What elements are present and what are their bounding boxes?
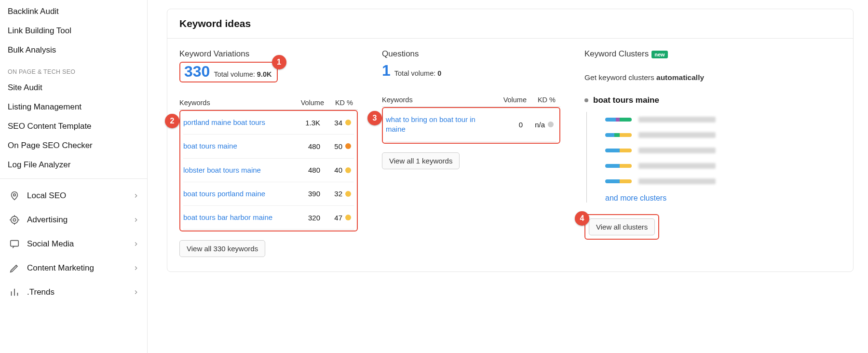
svg-point-1 (11, 217, 18, 224)
variations-rows-highlight: portland maine boat tours1.3K34boat tour… (179, 110, 358, 231)
cluster-item[interactable] (605, 127, 841, 143)
sidebar-category-item[interactable]: .Trends (0, 280, 147, 304)
kd-dot-icon (345, 120, 351, 125)
svg-point-0 (14, 194, 16, 196)
main: Keyword ideas Keyword Variations 1 330 T… (148, 0, 868, 353)
keyword-link[interactable]: portland maine boat tours (183, 118, 282, 127)
sidebar-item[interactable]: SEO Content Template (8, 117, 139, 136)
col-kd: KD % (527, 96, 560, 104)
cluster-tree: boat tours maine and more clusters (584, 95, 841, 203)
target-icon (8, 215, 21, 225)
keyword-link[interactable]: boat tours maine (183, 141, 282, 151)
more-clusters-link[interactable]: and more clusters (605, 189, 841, 203)
sidebar: Backlink AuditLink Building ToolBulk Ana… (0, 0, 148, 353)
sidebar-category-label: .Trends (27, 287, 133, 297)
col-keywords: Keywords (382, 96, 488, 104)
keyword-link[interactable]: boat tours portland maine (183, 189, 282, 199)
kd-dot-icon (345, 167, 351, 173)
table-row: boat tours bar harbor maine32047 (183, 206, 354, 230)
clusters-subtitle: Get keyword clusters automatically (584, 73, 841, 82)
questions-count[interactable]: 1 (382, 62, 391, 80)
badge-1: 1 (272, 55, 286, 69)
sidebar-item[interactable]: Bulk Analysis (8, 41, 139, 60)
cluster-item[interactable] (605, 158, 841, 174)
volume-value: 320 (282, 214, 320, 222)
sidebar-item[interactable]: Listing Management (8, 97, 139, 117)
badge-2: 2 (165, 114, 179, 128)
sidebar-category-label: Local SEO (27, 191, 133, 201)
keyword-link[interactable]: what to bring on boat tour in maine (386, 115, 484, 135)
cluster-bar-icon (605, 133, 632, 137)
sidebar-item[interactable]: Log File Analyzer (8, 155, 139, 175)
card-title: Keyword ideas (167, 9, 853, 39)
keyword-variations-column: Keyword Variations 1 330 Total volume: 9… (179, 49, 358, 257)
sidebar-item[interactable]: Site Audit (8, 78, 139, 97)
variations-stat-highlight: 330 Total volume: 9.0K (179, 62, 278, 82)
cluster-bar-icon (605, 179, 632, 183)
sidebar-category-item[interactable]: Content Marketing (0, 256, 147, 280)
clusters-button-highlight: View all clusters (584, 214, 659, 240)
cluster-blurred-label (638, 117, 716, 122)
cluster-item[interactable] (605, 143, 841, 158)
clusters-title: Keyword Clustersnew (584, 49, 841, 59)
tree-root-dot (584, 98, 588, 102)
col-volume: Volume (488, 96, 527, 104)
view-all-clusters-button[interactable]: View all clusters (589, 218, 655, 235)
chevron-right-icon (133, 192, 139, 199)
bars-icon (8, 287, 21, 298)
tree-root-label[interactable]: boat tours maine (593, 95, 659, 105)
chat-icon (8, 239, 21, 249)
sidebar-item[interactable]: On Page SEO Checker (8, 136, 139, 155)
kd-value: 34 (320, 119, 354, 127)
sidebar-category-item[interactable]: Advertising (0, 208, 147, 232)
table-row: what to bring on boat tour in maine0n/a (386, 108, 556, 142)
questions-title: Questions (382, 49, 560, 59)
chevron-right-icon (133, 265, 139, 272)
cluster-item[interactable] (605, 112, 841, 127)
keyword-link[interactable]: boat tours bar harbor maine (183, 213, 282, 222)
pin-icon (8, 190, 21, 201)
svg-rect-3 (11, 241, 19, 246)
col-volume: Volume (285, 99, 324, 107)
sidebar-category-label: Advertising (27, 215, 133, 225)
volume-value: 480 (282, 142, 320, 150)
view-all-variations-button[interactable]: View all 330 keywords (179, 240, 265, 257)
cluster-blurred-label (638, 148, 716, 153)
chevron-right-icon (133, 217, 139, 223)
sidebar-category-label: Social Media (27, 239, 133, 249)
sidebar-category-item[interactable]: Local SEO (0, 184, 147, 208)
cluster-bar-icon (605, 164, 632, 168)
table-row: portland maine boat tours1.3K34 (183, 111, 354, 135)
sidebar-item[interactable]: Link Building Tool (8, 21, 139, 41)
svg-point-2 (13, 218, 16, 221)
variations-count[interactable]: 330 (184, 63, 210, 81)
keyword-ideas-card: Keyword ideas Keyword Variations 1 330 T… (167, 9, 854, 272)
col-kd: KD % (324, 99, 358, 107)
kd-value: 40 (320, 166, 354, 174)
kd-value: 50 (320, 142, 354, 150)
sidebar-item[interactable]: Backlink Audit (8, 2, 139, 21)
table-row: lobster boat tours maine48040 (183, 159, 354, 182)
table-row: boat tours maine48050 (183, 135, 354, 158)
cluster-item[interactable] (605, 174, 841, 189)
kd-value: n/a (523, 121, 556, 129)
volume-value: 390 (282, 190, 320, 198)
chevron-right-icon (133, 241, 139, 247)
badge-4: 4 (575, 211, 589, 226)
cluster-blurred-label (638, 178, 716, 184)
sidebar-category-item[interactable]: Social Media (0, 232, 147, 256)
cluster-bar-icon (605, 149, 632, 152)
table-row: boat tours portland maine39032 (183, 182, 354, 206)
col-keywords: Keywords (179, 99, 285, 107)
keyword-link[interactable]: lobster boat tours maine (183, 165, 282, 175)
volume-value: 1.3K (282, 119, 320, 127)
cluster-blurred-label (638, 163, 716, 169)
volume-value: 480 (282, 166, 320, 174)
questions-table: Keywords Volume KD % 3 what to bring on … (382, 93, 560, 144)
kd-dot-icon (345, 191, 351, 197)
view-all-questions-button[interactable]: View all 1 keywords (382, 152, 460, 169)
cluster-bar-icon (605, 118, 632, 122)
questions-rows-highlight: what to bring on boat tour in maine0n/a (382, 107, 560, 144)
kd-value: 47 (320, 214, 354, 222)
pencil-icon (8, 263, 21, 273)
